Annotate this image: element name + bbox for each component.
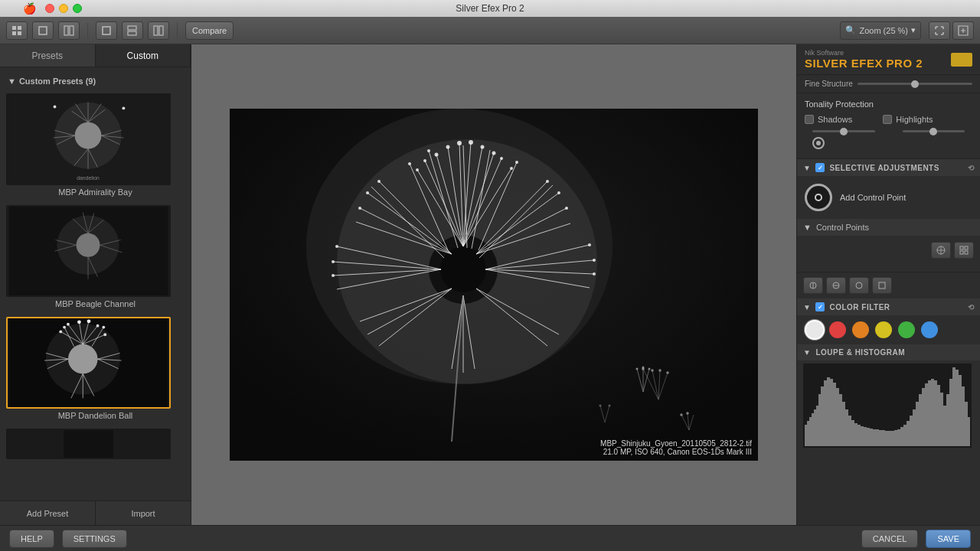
svg-rect-228 <box>937 385 940 446</box>
svg-rect-4 <box>39 27 47 34</box>
svg-point-162 <box>636 368 639 370</box>
loupe-histogram-header[interactable]: ▼ LOUPE & HISTOGRAM <box>797 344 980 360</box>
svg-rect-201 <box>854 423 858 446</box>
svg-rect-212 <box>888 431 891 446</box>
svg-rect-197 <box>842 402 845 446</box>
svg-point-123 <box>469 140 473 145</box>
control-point-icon <box>805 184 832 211</box>
cp-tool-1[interactable] <box>803 277 823 294</box>
layout-btn-2[interactable] <box>122 21 143 40</box>
selective-adj-check[interactable]: ✓ <box>815 163 825 172</box>
split-view-btn[interactable] <box>58 21 80 40</box>
svg-rect-219 <box>910 416 913 446</box>
shadows-checkbox[interactable] <box>805 115 814 124</box>
single-view-btn[interactable] <box>32 21 54 40</box>
svg-rect-195 <box>836 388 839 446</box>
section-arrow-icon: ⟲ <box>968 164 975 172</box>
cp-grid-btn[interactable] <box>954 242 974 259</box>
layout-btn-1[interactable] <box>96 21 117 40</box>
layout-btn-3[interactable] <box>148 21 169 40</box>
svg-rect-188 <box>816 406 818 446</box>
shadows-slider[interactable] <box>812 130 875 132</box>
zoom-display[interactable]: 🔍 Zoom (25 %) ▾ <box>840 21 921 40</box>
highlights-check[interactable]: Highlights <box>883 115 933 124</box>
svg-point-14 <box>75 122 102 149</box>
svg-rect-203 <box>861 426 864 446</box>
svg-point-69 <box>67 323 70 326</box>
selective-adj-label: SELECTIVE ADJUSTMENTS <box>829 164 939 172</box>
color-filter-orange[interactable] <box>852 321 869 338</box>
minimize-button[interactable] <box>59 4 68 13</box>
preset-name: MBP Dandelion Ball <box>6 409 185 422</box>
control-points-header[interactable]: ▼ Control Points <box>797 219 980 236</box>
view-icon-btn[interactable] <box>6 21 28 40</box>
fullscreen-btn[interactable] <box>952 21 974 40</box>
svg-rect-198 <box>845 409 848 446</box>
help-button[interactable]: HELP <box>9 530 54 548</box>
svg-rect-236 <box>962 386 965 446</box>
cp-circle-btn[interactable] <box>931 242 951 259</box>
svg-rect-232 <box>949 379 952 446</box>
svg-rect-214 <box>894 430 897 446</box>
svg-rect-181 <box>879 282 885 289</box>
color-filter-white[interactable] <box>806 321 823 338</box>
svg-rect-194 <box>833 383 836 446</box>
shadows-check[interactable]: Shadows <box>805 115 852 124</box>
svg-rect-234 <box>956 370 959 446</box>
add-preset-button[interactable]: Add Preset <box>0 501 96 525</box>
nik-branding: Nik Software SILVER EFEX PRO 2 <box>805 49 923 70</box>
main-image <box>230 109 758 461</box>
svg-point-125 <box>492 152 496 155</box>
list-item[interactable] <box>6 429 185 459</box>
color-filter-green[interactable] <box>898 321 915 338</box>
color-filter-check[interactable]: ✓ <box>815 302 825 311</box>
preset-list: ▼ Custom Presets (9) <box>0 67 191 500</box>
maximize-button[interactable] <box>73 4 82 13</box>
svg-rect-218 <box>906 421 910 446</box>
highlights-slider[interactable] <box>903 130 965 132</box>
svg-rect-191 <box>824 380 827 446</box>
settings-button[interactable]: SETTINGS <box>62 530 127 548</box>
canvas-area[interactable]: MBP_Shinjuku_Gyoen_20110505_2812-2.tif 2… <box>191 44 796 525</box>
svg-point-120 <box>435 153 439 157</box>
search-icon: 🔍 <box>845 25 856 35</box>
svg-rect-237 <box>965 402 968 446</box>
list-item[interactable]: MBP Dandelion Ball <box>6 317 185 422</box>
tab-custom[interactable]: Custom <box>96 44 191 67</box>
highlights-label: Highlights <box>896 115 933 124</box>
fit-btn[interactable] <box>929 21 950 40</box>
color-filter-blue[interactable] <box>921 321 938 338</box>
svg-point-140 <box>593 259 596 262</box>
svg-point-130 <box>377 180 381 183</box>
cp-tool-3[interactable] <box>849 277 869 294</box>
svg-point-164 <box>648 368 651 370</box>
svg-rect-192 <box>827 377 830 446</box>
import-button[interactable]: Import <box>96 501 191 525</box>
svg-point-131 <box>366 191 369 194</box>
fine-structure-slider[interactable] <box>858 83 972 85</box>
fine-structure-section: Fine Structure <box>797 75 980 93</box>
list-item[interactable]: dandelion MBP Admirality Bay <box>6 93 185 199</box>
selective-adjustments-header[interactable]: ▼ ✓ SELECTIVE ADJUSTMENTS ⟲ <box>797 159 980 176</box>
cp-tool-2[interactable] <box>826 277 846 294</box>
close-button[interactable] <box>45 4 54 13</box>
tonality-checkboxes: Shadows Highlights <box>805 115 972 124</box>
cancel-button[interactable]: CANCEL <box>861 530 919 548</box>
svg-point-34 <box>77 233 100 257</box>
add-control-point-button[interactable]: Add Control Point <box>840 193 972 202</box>
nik-header: Nik Software SILVER EFEX PRO 2 <box>797 44 980 75</box>
color-filter-header[interactable]: ▼ ✓ COLOR FILTER ⟲ <box>797 298 980 315</box>
tab-presets[interactable]: Presets <box>0 44 96 67</box>
preset-group-header: ▼ Custom Presets (9) <box>6 73 185 89</box>
list-item[interactable]: MBP Beagle Channel <box>6 205 185 311</box>
highlights-checkbox[interactable] <box>883 115 892 124</box>
save-button[interactable]: SAVE <box>926 530 971 548</box>
compare-button[interactable]: Compare <box>185 21 234 40</box>
cp-tool-4[interactable] <box>872 277 892 294</box>
color-filter-red[interactable] <box>829 321 846 338</box>
sidebar-bottom: Add Preset Import <box>0 500 191 525</box>
svg-rect-175 <box>965 251 968 254</box>
svg-point-168 <box>609 405 611 407</box>
color-filter-yellow[interactable] <box>875 321 892 338</box>
control-points-tools <box>797 236 980 265</box>
